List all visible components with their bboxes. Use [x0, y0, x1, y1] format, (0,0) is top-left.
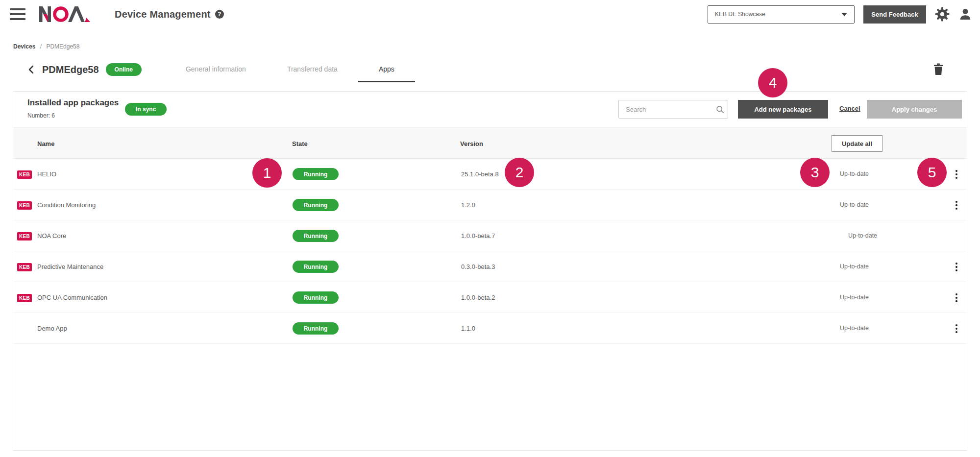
- menu-icon[interactable]: [10, 8, 25, 20]
- keb-vendor-badge: KEB: [17, 232, 32, 241]
- annotation-circle-3: 3: [800, 158, 830, 187]
- user-icon[interactable]: [958, 7, 972, 21]
- tenant-selector[interactable]: KEB DE Showcase: [708, 5, 855, 24]
- tab-general-information[interactable]: General information: [165, 57, 267, 82]
- gear-icon[interactable]: [935, 7, 950, 22]
- app-state-badge: Running: [293, 322, 339, 335]
- search-input[interactable]: [619, 106, 716, 113]
- update-status: Up-to-date: [840, 251, 869, 282]
- chevron-down-icon: [841, 13, 847, 16]
- row-menu-icon[interactable]: [950, 199, 963, 212]
- app-state-badge: Running: [293, 199, 339, 211]
- row-menu-icon[interactable]: [950, 291, 963, 304]
- app-name: OPC UA Communication: [37, 282, 107, 313]
- tab-apps[interactable]: Apps: [358, 57, 415, 82]
- table-row: KEBNOA CoreRunning1.0.0-beta.7Up-to-date: [13, 220, 967, 251]
- device-status-badge: Online: [106, 63, 142, 76]
- tenant-selector-value: KEB DE Showcase: [715, 11, 765, 18]
- app-version: 1.2.0: [461, 190, 475, 220]
- update-all-button[interactable]: Update all: [832, 135, 882, 152]
- row-menu-icon[interactable]: [950, 322, 963, 335]
- table-row: KEBOPC UA CommunicationRunning1.0.0-beta…: [13, 282, 967, 313]
- update-status: Up-to-date: [840, 190, 869, 220]
- row-menu-icon[interactable]: [950, 168, 963, 181]
- update-status: Up-to-date: [848, 220, 877, 251]
- keb-vendor-badge: KEB: [17, 263, 32, 271]
- app-version: 25.1.0-beta.8: [461, 159, 499, 190]
- device-name: PDMEdge58: [42, 64, 99, 75]
- sync-status-badge: In sync: [125, 103, 167, 116]
- app-state-badge: Running: [293, 261, 339, 273]
- breadcrumb-devices[interactable]: Devices: [13, 43, 35, 50]
- card-title: Installed app packages: [27, 98, 119, 108]
- app-name: NOA Core: [37, 220, 66, 251]
- column-header-version: Version: [460, 140, 483, 147]
- app-state-badge: Running: [293, 291, 339, 304]
- installed-app-packages-card: Installed app packages Number: 6 In sync…: [13, 91, 967, 451]
- tab-bar: General informationTransferred dataApps: [165, 57, 415, 82]
- table-row: KEBPredictive MaintenanceRunning0.3.0-be…: [13, 251, 967, 282]
- noa-logo[interactable]: [39, 6, 91, 22]
- breadcrumb-current: PDMEdge58: [46, 43, 79, 50]
- help-icon[interactable]: [215, 10, 224, 19]
- app-version: 1.0.0-beta.2: [461, 282, 495, 313]
- app-version: 1.0.0-beta.7: [461, 220, 495, 251]
- app-version: 0.3.0-beta.3: [461, 251, 495, 282]
- back-icon[interactable]: [24, 65, 38, 74]
- app-name: Demo App: [37, 313, 67, 344]
- search-box: [618, 100, 728, 119]
- app-state-badge: Running: [293, 168, 339, 180]
- app-name: Predictive Maintenance: [37, 251, 103, 282]
- keb-vendor-badge: KEB: [17, 201, 32, 210]
- add-new-packages-button[interactable]: Add new packages: [738, 100, 828, 119]
- annotation-circle-2: 2: [505, 158, 534, 187]
- column-header-state: State: [292, 140, 308, 147]
- update-status: Up-to-date: [840, 282, 869, 313]
- annotation-circle-4: 4: [758, 68, 787, 97]
- search-icon: [716, 105, 724, 114]
- table-header: Name State Version Update all: [13, 127, 967, 159]
- keb-vendor-badge: KEB: [17, 294, 32, 302]
- update-status: Up-to-date: [840, 313, 869, 344]
- table-row: Demo AppRunning1.1.0Up-to-date: [13, 313, 967, 344]
- package-count: Number: 6: [27, 112, 55, 119]
- keb-vendor-badge: KEB: [17, 170, 32, 179]
- annotation-circle-1: 1: [252, 158, 282, 188]
- card-header: Installed app packages Number: 6 In sync…: [13, 92, 967, 127]
- update-status: Up-to-date: [840, 159, 869, 190]
- trash-icon[interactable]: [933, 63, 943, 76]
- app-name: Condition Monitoring: [37, 190, 96, 220]
- cancel-button[interactable]: Cancel: [839, 105, 860, 112]
- topbar: Device Management KEB DE Showcase Send F…: [0, 0, 980, 28]
- app-name: HELIO: [37, 159, 56, 190]
- breadcrumb: Devices / PDMEdge58: [13, 43, 980, 50]
- annotation-circle-5: 5: [917, 158, 947, 187]
- table-body: KEBHELIORunning25.1.0-beta.8Up-to-dateKE…: [13, 159, 967, 344]
- tab-transferred-data[interactable]: Transferred data: [267, 57, 358, 82]
- page-title: Device Management: [115, 9, 211, 20]
- row-menu-icon[interactable]: [950, 261, 963, 273]
- app-version: 1.1.0: [461, 313, 475, 344]
- app-state-badge: Running: [293, 230, 339, 242]
- breadcrumb-separator: /: [40, 43, 42, 50]
- column-header-name: Name: [37, 140, 54, 147]
- apply-changes-button[interactable]: Apply changes: [867, 100, 962, 119]
- table-row: KEBCondition MonitoringRunning1.2.0Up-to…: [13, 190, 967, 220]
- send-feedback-button[interactable]: Send Feedback: [863, 5, 926, 24]
- device-header: PDMEdge58 Online General informationTran…: [0, 57, 980, 82]
